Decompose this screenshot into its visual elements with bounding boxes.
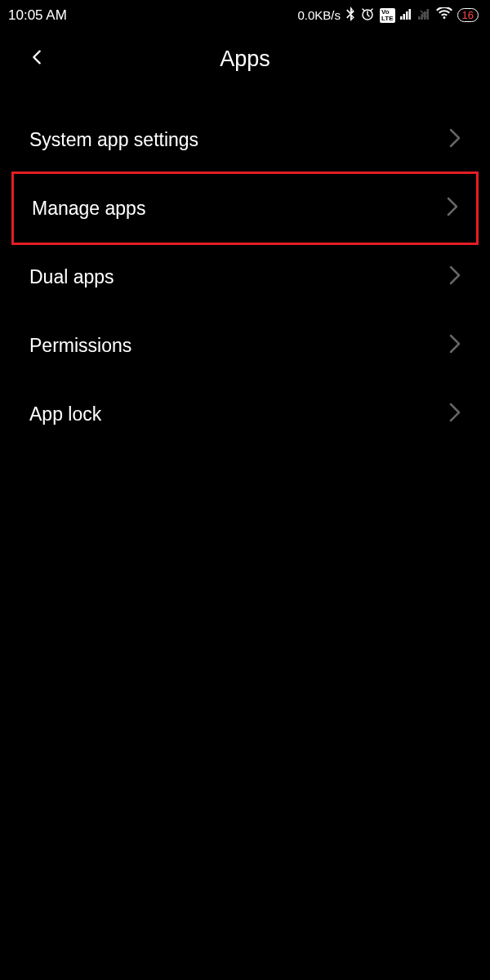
bluetooth-icon: [345, 7, 355, 24]
alarm-icon: [360, 7, 375, 24]
status-time: 10:05 AM: [8, 7, 67, 24]
chevron-right-icon: [449, 334, 461, 357]
menu-list: System app settings Manage apps Dual app…: [0, 89, 490, 465]
svg-rect-4: [408, 9, 411, 20]
volte-icon: VoLTE: [380, 8, 395, 23]
wifi-icon: [436, 7, 452, 23]
battery-icon: 16: [457, 8, 479, 22]
menu-item-manage-apps[interactable]: Manage apps: [11, 172, 479, 245]
chevron-right-icon: [447, 197, 458, 220]
menu-label: Dual apps: [29, 266, 114, 288]
chevron-right-icon: [449, 128, 461, 151]
menu-item-permissions[interactable]: Permissions: [0, 311, 490, 380]
menu-label: Manage apps: [32, 198, 145, 220]
data-rate: 0.0KB/s: [297, 8, 341, 22]
page-title: Apps: [220, 47, 270, 72]
menu-item-dual-apps[interactable]: Dual apps: [0, 243, 490, 311]
back-button[interactable]: [16, 48, 46, 69]
svg-rect-2: [403, 14, 405, 20]
menu-label: Permissions: [29, 335, 131, 357]
signal-icon-2: [418, 8, 431, 22]
menu-item-system-app-settings[interactable]: System app settings: [0, 105, 490, 174]
app-header: Apps: [0, 29, 490, 89]
chevron-right-icon: [449, 265, 461, 288]
status-bar: 10:05 AM 0.0KB/s VoLTE 16: [0, 0, 490, 29]
menu-label: System app settings: [29, 129, 198, 151]
menu-item-app-lock[interactable]: App lock: [0, 380, 490, 448]
status-indicators: 0.0KB/s VoLTE 16: [297, 7, 479, 24]
chevron-right-icon: [449, 403, 461, 425]
signal-icon-1: [400, 8, 413, 22]
svg-rect-3: [406, 11, 408, 20]
svg-rect-1: [400, 16, 403, 20]
menu-label: App lock: [29, 403, 101, 425]
svg-rect-5: [418, 16, 421, 20]
